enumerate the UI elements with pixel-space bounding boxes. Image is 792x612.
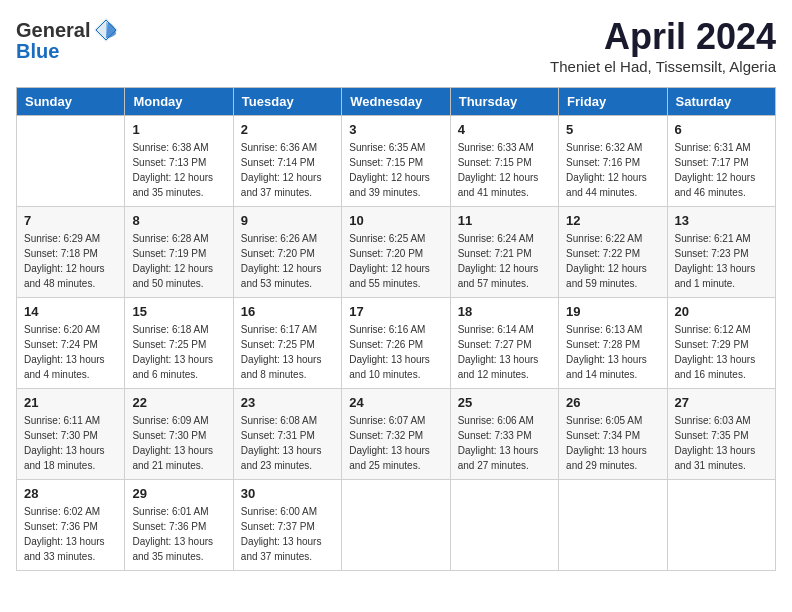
- sunset: Sunset: 7:17 PM: [675, 157, 749, 168]
- sunrise: Sunrise: 6:21 AM: [675, 233, 751, 244]
- daylight: Daylight: 13 hours and 29 minutes.: [566, 445, 647, 471]
- daylight: Daylight: 13 hours and 8 minutes.: [241, 354, 322, 380]
- day-number: 7: [24, 213, 117, 228]
- daylight: Daylight: 12 hours and 53 minutes.: [241, 263, 322, 289]
- logo-blue-text: Blue: [16, 40, 59, 63]
- sunset: Sunset: 7:36 PM: [24, 521, 98, 532]
- day-info: Sunrise: 6:03 AM Sunset: 7:35 PM Dayligh…: [675, 413, 768, 473]
- daylight: Daylight: 13 hours and 18 minutes.: [24, 445, 105, 471]
- day-info: Sunrise: 6:06 AM Sunset: 7:33 PM Dayligh…: [458, 413, 551, 473]
- calendar-cell: 10 Sunrise: 6:25 AM Sunset: 7:20 PM Dayl…: [342, 207, 450, 298]
- day-info: Sunrise: 6:29 AM Sunset: 7:18 PM Dayligh…: [24, 231, 117, 291]
- calendar-week-row: 21 Sunrise: 6:11 AM Sunset: 7:30 PM Dayl…: [17, 389, 776, 480]
- sunrise: Sunrise: 6:06 AM: [458, 415, 534, 426]
- day-number: 1: [132, 122, 225, 137]
- sunset: Sunset: 7:36 PM: [132, 521, 206, 532]
- sunset: Sunset: 7:32 PM: [349, 430, 423, 441]
- calendar-cell: 27 Sunrise: 6:03 AM Sunset: 7:35 PM Dayl…: [667, 389, 775, 480]
- calendar-cell: 29 Sunrise: 6:01 AM Sunset: 7:36 PM Dayl…: [125, 480, 233, 571]
- day-info: Sunrise: 6:20 AM Sunset: 7:24 PM Dayligh…: [24, 322, 117, 382]
- daylight: Daylight: 13 hours and 21 minutes.: [132, 445, 213, 471]
- day-number: 17: [349, 304, 442, 319]
- daylight: Daylight: 13 hours and 23 minutes.: [241, 445, 322, 471]
- calendar-week-row: 28 Sunrise: 6:02 AM Sunset: 7:36 PM Dayl…: [17, 480, 776, 571]
- sunrise: Sunrise: 6:12 AM: [675, 324, 751, 335]
- calendar-cell: 14 Sunrise: 6:20 AM Sunset: 7:24 PM Dayl…: [17, 298, 125, 389]
- calendar-header-thursday: Thursday: [450, 88, 558, 116]
- sunset: Sunset: 7:30 PM: [132, 430, 206, 441]
- daylight: Daylight: 12 hours and 46 minutes.: [675, 172, 756, 198]
- day-info: Sunrise: 6:33 AM Sunset: 7:15 PM Dayligh…: [458, 140, 551, 200]
- day-info: Sunrise: 6:32 AM Sunset: 7:16 PM Dayligh…: [566, 140, 659, 200]
- sunset: Sunset: 7:33 PM: [458, 430, 532, 441]
- calendar-cell: 19 Sunrise: 6:13 AM Sunset: 7:28 PM Dayl…: [559, 298, 667, 389]
- sunrise: Sunrise: 6:17 AM: [241, 324, 317, 335]
- sunrise: Sunrise: 6:20 AM: [24, 324, 100, 335]
- sunset: Sunset: 7:20 PM: [241, 248, 315, 259]
- day-info: Sunrise: 6:21 AM Sunset: 7:23 PM Dayligh…: [675, 231, 768, 291]
- calendar-cell: 21 Sunrise: 6:11 AM Sunset: 7:30 PM Dayl…: [17, 389, 125, 480]
- calendar-cell: 9 Sunrise: 6:26 AM Sunset: 7:20 PM Dayli…: [233, 207, 341, 298]
- sunrise: Sunrise: 6:32 AM: [566, 142, 642, 153]
- sunset: Sunset: 7:37 PM: [241, 521, 315, 532]
- sunrise: Sunrise: 6:18 AM: [132, 324, 208, 335]
- sunrise: Sunrise: 6:29 AM: [24, 233, 100, 244]
- day-info: Sunrise: 6:16 AM Sunset: 7:26 PM Dayligh…: [349, 322, 442, 382]
- calendar-cell: 26 Sunrise: 6:05 AM Sunset: 7:34 PM Dayl…: [559, 389, 667, 480]
- daylight: Daylight: 13 hours and 25 minutes.: [349, 445, 430, 471]
- calendar-cell: 24 Sunrise: 6:07 AM Sunset: 7:32 PM Dayl…: [342, 389, 450, 480]
- sunrise: Sunrise: 6:00 AM: [241, 506, 317, 517]
- day-number: 4: [458, 122, 551, 137]
- sunrise: Sunrise: 6:25 AM: [349, 233, 425, 244]
- sunset: Sunset: 7:23 PM: [675, 248, 749, 259]
- day-number: 24: [349, 395, 442, 410]
- calendar-cell: 30 Sunrise: 6:00 AM Sunset: 7:37 PM Dayl…: [233, 480, 341, 571]
- day-number: 8: [132, 213, 225, 228]
- day-number: 2: [241, 122, 334, 137]
- daylight: Daylight: 12 hours and 44 minutes.: [566, 172, 647, 198]
- sunrise: Sunrise: 6:24 AM: [458, 233, 534, 244]
- sunset: Sunset: 7:35 PM: [675, 430, 749, 441]
- sunrise: Sunrise: 6:03 AM: [675, 415, 751, 426]
- daylight: Daylight: 12 hours and 37 minutes.: [241, 172, 322, 198]
- day-info: Sunrise: 6:26 AM Sunset: 7:20 PM Dayligh…: [241, 231, 334, 291]
- day-number: 11: [458, 213, 551, 228]
- calendar-cell: 8 Sunrise: 6:28 AM Sunset: 7:19 PM Dayli…: [125, 207, 233, 298]
- day-info: Sunrise: 6:05 AM Sunset: 7:34 PM Dayligh…: [566, 413, 659, 473]
- sunrise: Sunrise: 6:26 AM: [241, 233, 317, 244]
- day-info: Sunrise: 6:13 AM Sunset: 7:28 PM Dayligh…: [566, 322, 659, 382]
- day-number: 18: [458, 304, 551, 319]
- daylight: Daylight: 13 hours and 33 minutes.: [24, 536, 105, 562]
- day-info: Sunrise: 6:35 AM Sunset: 7:15 PM Dayligh…: [349, 140, 442, 200]
- day-info: Sunrise: 6:07 AM Sunset: 7:32 PM Dayligh…: [349, 413, 442, 473]
- sunset: Sunset: 7:28 PM: [566, 339, 640, 350]
- sunrise: Sunrise: 6:11 AM: [24, 415, 100, 426]
- calendar-cell: [450, 480, 558, 571]
- day-info: Sunrise: 6:17 AM Sunset: 7:25 PM Dayligh…: [241, 322, 334, 382]
- daylight: Daylight: 12 hours and 41 minutes.: [458, 172, 539, 198]
- day-info: Sunrise: 6:31 AM Sunset: 7:17 PM Dayligh…: [675, 140, 768, 200]
- calendar-header-row: SundayMondayTuesdayWednesdayThursdayFrid…: [17, 88, 776, 116]
- day-info: Sunrise: 6:28 AM Sunset: 7:19 PM Dayligh…: [132, 231, 225, 291]
- calendar-cell: 15 Sunrise: 6:18 AM Sunset: 7:25 PM Dayl…: [125, 298, 233, 389]
- calendar-header-tuesday: Tuesday: [233, 88, 341, 116]
- calendar-cell: 16 Sunrise: 6:17 AM Sunset: 7:25 PM Dayl…: [233, 298, 341, 389]
- day-number: 14: [24, 304, 117, 319]
- calendar-cell: 5 Sunrise: 6:32 AM Sunset: 7:16 PM Dayli…: [559, 116, 667, 207]
- calendar-cell: 3 Sunrise: 6:35 AM Sunset: 7:15 PM Dayli…: [342, 116, 450, 207]
- day-number: 16: [241, 304, 334, 319]
- calendar-cell: 20 Sunrise: 6:12 AM Sunset: 7:29 PM Dayl…: [667, 298, 775, 389]
- day-number: 25: [458, 395, 551, 410]
- calendar-cell: 2 Sunrise: 6:36 AM Sunset: 7:14 PM Dayli…: [233, 116, 341, 207]
- sunrise: Sunrise: 6:02 AM: [24, 506, 100, 517]
- calendar-cell: 17 Sunrise: 6:16 AM Sunset: 7:26 PM Dayl…: [342, 298, 450, 389]
- logo-general-text: General: [16, 19, 90, 42]
- calendar-week-row: 1 Sunrise: 6:38 AM Sunset: 7:13 PM Dayli…: [17, 116, 776, 207]
- day-number: 9: [241, 213, 334, 228]
- calendar-header-sunday: Sunday: [17, 88, 125, 116]
- day-number: 29: [132, 486, 225, 501]
- daylight: Daylight: 13 hours and 1 minute.: [675, 263, 756, 289]
- daylight: Daylight: 13 hours and 4 minutes.: [24, 354, 105, 380]
- logo-icon: [92, 16, 120, 44]
- day-info: Sunrise: 6:09 AM Sunset: 7:30 PM Dayligh…: [132, 413, 225, 473]
